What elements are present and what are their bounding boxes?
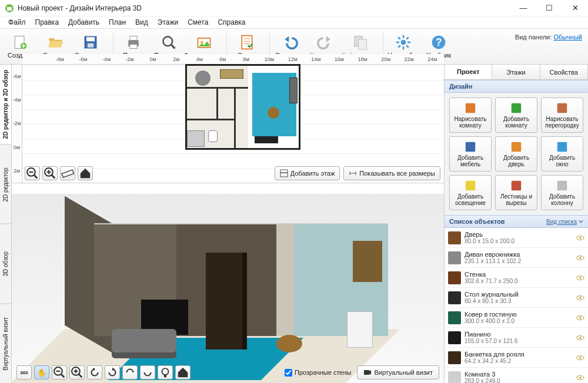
svg-rect-60 (466, 181, 476, 191)
svg-rect-56 (557, 103, 567, 113)
show-dimensions-button[interactable]: Показывать все размеры (343, 166, 440, 180)
zoom-out-button[interactable] (25, 166, 40, 180)
zoom-in-3d-button[interactable] (69, 365, 85, 379)
visibility-toggle-icon[interactable] (576, 254, 584, 262)
menu-1[interactable]: Правка (31, 17, 64, 28)
virtual-visit-button[interactable]: Виртуальный визит (357, 365, 439, 379)
design-tool-2[interactable]: Нарисоватьперегородку (541, 98, 583, 133)
design-tool-4[interactable]: Добавитьдверь (495, 136, 537, 172)
right-tab-1[interactable]: Этажи (492, 65, 540, 79)
svg-rect-5 (86, 37, 95, 41)
object-item-7[interactable]: Комната 3283.0 x 249.0 (445, 368, 588, 383)
svg-rect-53 (364, 370, 369, 375)
3d-scene (59, 211, 406, 376)
pan-icon[interactable]: ✋ (34, 365, 49, 379)
3d-bottom-right: Прозрачные стены Виртуальный визит (285, 365, 439, 379)
ruler-icon[interactable] (60, 166, 75, 180)
side-tab-0[interactable]: 2D редактор и 3D обзор (0, 65, 11, 145)
svg-rect-62 (557, 181, 567, 191)
side-tab-1[interactable]: 2D редактор (0, 145, 11, 224)
svg-rect-57 (466, 142, 476, 152)
minimize-button[interactable]: — (510, 0, 536, 16)
tilt-up-icon[interactable] (122, 365, 138, 379)
object-item-3[interactable]: Стол журнальный80.4 x 80.1 x 30.3 (445, 288, 588, 308)
preview-icon (160, 34, 178, 51)
rotate-left-icon[interactable] (87, 365, 102, 379)
svg-point-78 (579, 377, 582, 379)
redo-icon (316, 34, 334, 51)
object-item-4[interactable]: Ковер в гостиную300.0 x 400.0 x 2.0 (445, 308, 588, 328)
menu-3[interactable]: План (104, 17, 131, 28)
photoreal-icon (195, 34, 213, 51)
object-thumb-icon (448, 251, 461, 264)
svg-point-74 (579, 337, 582, 339)
design-section-header: Дизайн (445, 80, 588, 93)
orbit-icon[interactable]: 360 (16, 365, 32, 379)
close-button[interactable]: ✕ (562, 0, 588, 16)
svg-line-35 (52, 175, 55, 179)
visibility-toggle-icon[interactable] (576, 234, 584, 242)
maximize-button[interactable]: ☐ (536, 0, 562, 16)
svg-point-20 (401, 40, 406, 45)
design-tool-3[interactable]: Добавитьмебель (449, 136, 492, 172)
object-thumb-icon (448, 331, 461, 344)
zoom-out-3d-button[interactable] (52, 365, 67, 379)
visibility-toggle-icon[interactable] (576, 374, 584, 382)
view-list-link[interactable]: Вид списка (546, 219, 583, 225)
window-title: Новый проект - Дизайн Интерьера 3D (18, 4, 510, 12)
2d-mini-toolbar (25, 166, 93, 180)
design-tool-7[interactable]: Лестницы ивырезы (495, 175, 537, 210)
menu-0[interactable]: Файл (4, 17, 31, 28)
rotate-right-icon[interactable] (105, 365, 120, 379)
design-tool-8[interactable]: Добавитьколонну (541, 175, 583, 210)
visibility-toggle-icon[interactable] (576, 334, 584, 342)
menu-7[interactable]: Справка (213, 17, 250, 28)
floor-plan[interactable] (187, 66, 299, 148)
object-item-5[interactable]: Пианино155.0 x 57.0 x 121.6 (445, 328, 588, 348)
svg-rect-8 (130, 36, 137, 41)
object-thumb-icon (448, 271, 461, 284)
visibility-toggle-icon[interactable] (576, 314, 584, 322)
svg-rect-39 (280, 173, 288, 177)
light-icon[interactable] (158, 365, 173, 379)
side-tab-3[interactable]: Виртуальный визит (0, 304, 11, 384)
zoom-in-button[interactable] (42, 166, 58, 180)
svg-line-26 (406, 45, 409, 48)
3d-view-pane[interactable]: 360 ✋ Прозрачные стены Виртуальный в (12, 194, 444, 383)
object-item-6[interactable]: Банкетка для рояля64.2 x 34.2 x 45.2 (445, 348, 588, 368)
panel-mode-link[interactable]: Обычный (553, 33, 582, 41)
visibility-toggle-icon[interactable] (576, 354, 584, 362)
design-tool-6[interactable]: Добавитьосвещение (449, 175, 492, 210)
app-icon (5, 4, 14, 13)
new-icon (11, 34, 29, 51)
svg-rect-55 (512, 103, 522, 113)
side-tab-2[interactable]: 3D обзор (0, 224, 11, 304)
design-tool-5[interactable]: Добавитьокно (541, 136, 583, 172)
right-tab-0[interactable]: Проект (445, 65, 492, 79)
visibility-toggle-icon[interactable] (576, 274, 584, 282)
menu-5[interactable]: Этажи (153, 17, 183, 28)
tilt-down-icon[interactable] (140, 365, 155, 379)
svg-line-45 (61, 374, 65, 378)
home-3d-icon[interactable] (175, 365, 191, 379)
object-item-2[interactable]: Стенка302.6 x 71.7 x 250.0 (445, 268, 588, 288)
save-icon (82, 34, 99, 51)
menu-6[interactable]: Смета (183, 17, 213, 28)
design-tool-0[interactable]: Нарисоватькомнату (449, 98, 492, 133)
menu-4[interactable]: Вид (131, 17, 153, 28)
menu-2[interactable]: Добавить (64, 17, 104, 28)
visibility-toggle-icon[interactable] (576, 294, 584, 302)
panel-mode: Вид панели: Обычный (515, 33, 582, 41)
object-thumb-icon (448, 231, 461, 244)
object-item-0[interactable]: Дверь80.0 x 15.0 x 200.0 (445, 228, 588, 248)
title-bar: Новый проект - Дизайн Интерьера 3D — ☐ ✕ (0, 0, 588, 16)
transparent-walls-checkbox[interactable]: Прозрачные стены (285, 369, 351, 377)
menu-bar: ФайлПравкаДобавитьПланВидЭтажиСметаСправ… (0, 16, 588, 28)
add-floor-button[interactable]: Добавить этаж (275, 166, 340, 180)
design-tool-1[interactable]: Добавитькомнату (495, 98, 537, 133)
home-icon[interactable] (78, 166, 93, 180)
plan-canvas[interactable]: -8м-6м-4м-2м0м2м4м6м8м10м12м14м16м18м20м… (22, 65, 444, 183)
object-item-1[interactable]: Диван еврокнижка235.1 x 113.1 x 102.2 (445, 248, 588, 268)
svg-rect-59 (557, 142, 567, 152)
right-tab-2[interactable]: Свойства (540, 65, 588, 79)
